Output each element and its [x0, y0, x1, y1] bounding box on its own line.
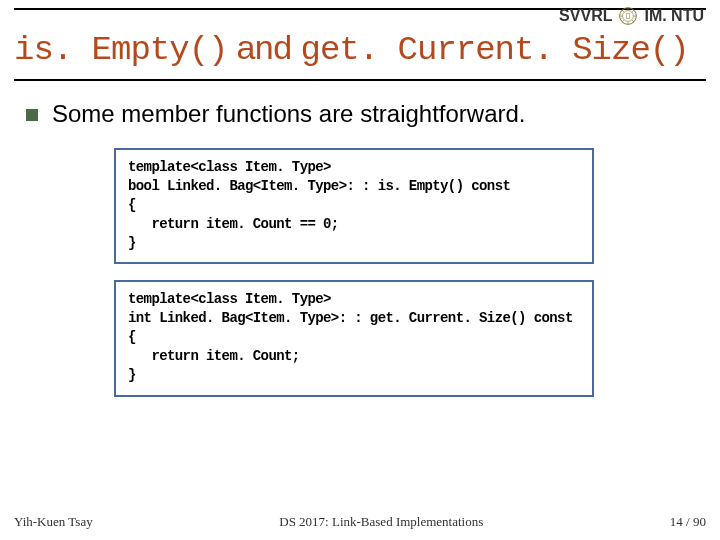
slide: is. Empty() and get. Current. Size() SVV… — [0, 0, 720, 540]
footer-author: Yih-Kuen Tsay — [14, 514, 93, 530]
svg-line-8 — [633, 10, 635, 12]
svg-point-1 — [623, 11, 634, 22]
svg-line-6 — [623, 10, 625, 12]
bullet-text: Some member functions are straightforwar… — [52, 100, 526, 128]
header-left: SVVRL — [559, 7, 612, 25]
bullet-row: Some member functions are straightforwar… — [26, 100, 694, 128]
code-text-2: template<class Item. Type> int Linked. B… — [128, 290, 580, 384]
footer-page: 14 / 90 — [670, 514, 706, 530]
footer-course: DS 2017: Link-Based Implementations — [279, 514, 483, 530]
slide-body: Some member functions are straightforwar… — [26, 100, 694, 413]
code-text-1: template<class Item. Type> bool Linked. … — [128, 158, 580, 252]
bullet-icon — [26, 109, 38, 121]
title-code-2: get. Current. Size() — [301, 31, 689, 69]
svg-line-7 — [633, 20, 635, 22]
footer: Yih-Kuen Tsay DS 2017: Link-Based Implem… — [14, 514, 706, 530]
code-block-isempty: template<class Item. Type> bool Linked. … — [114, 148, 594, 264]
header-right: IM. NTU — [644, 7, 704, 25]
svg-line-9 — [623, 20, 625, 22]
slide-title: is. Empty() and get. Current. Size() — [14, 28, 706, 69]
ntu-logo-icon — [618, 6, 638, 26]
code-block-getcurrentsize: template<class Item. Type> int Linked. B… — [114, 280, 594, 396]
title-code-1: is. Empty() — [14, 31, 227, 69]
header: SVVRL IM. NTU — [559, 6, 704, 26]
title-and: and — [227, 28, 300, 66]
